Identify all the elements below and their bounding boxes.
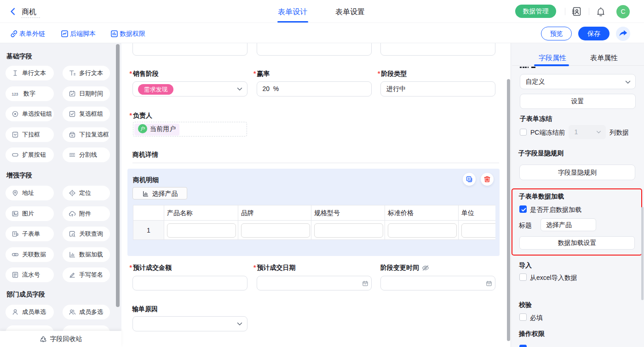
svg-text:7: 7 [488, 283, 489, 285]
svg-text:123: 123 [12, 91, 18, 96]
svg-text:7: 7 [364, 283, 366, 285]
